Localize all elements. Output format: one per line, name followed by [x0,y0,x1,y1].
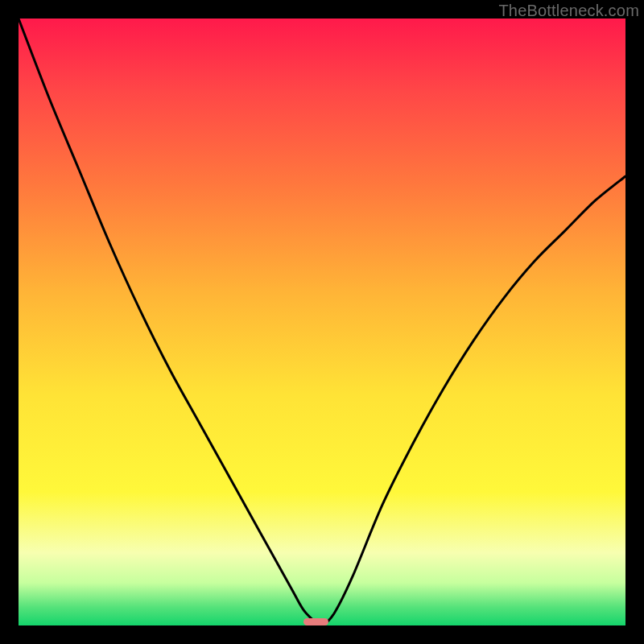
plot-area [19,19,625,625]
chart-frame: TheBottleneck.com [0,0,644,644]
optimum-marker [303,618,328,625]
bottleneck-curve [19,19,625,625]
watermark-text: TheBottleneck.com [498,2,639,20]
